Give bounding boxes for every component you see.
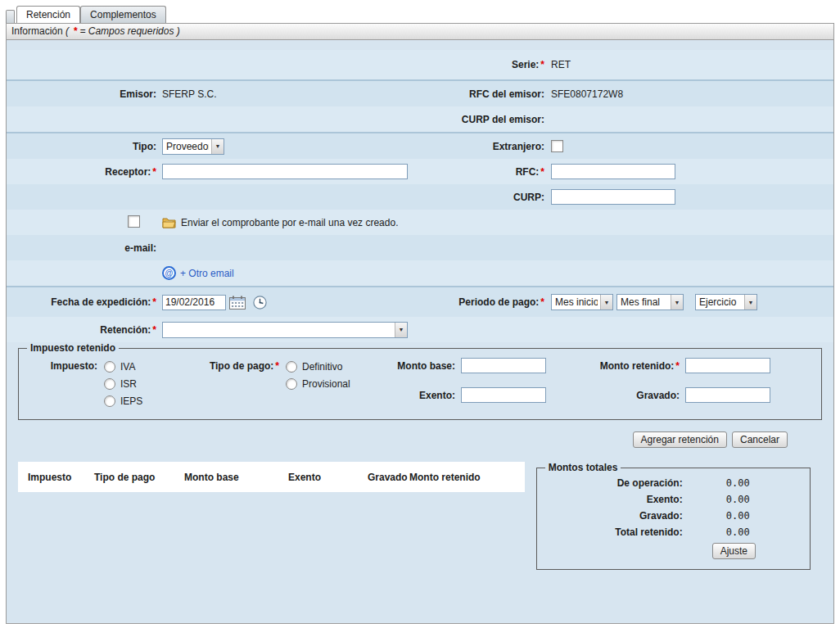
- gravado-total-label: Gravado:: [545, 510, 683, 522]
- chevron-down-icon: ▼: [744, 295, 756, 309]
- mes-final-select[interactable]: Mes final ▼: [616, 294, 684, 310]
- add-other-email-label: + Otro email: [180, 268, 234, 279]
- curp-input[interactable]: [551, 189, 675, 205]
- radio-option-ieps[interactable]: IEPS: [104, 392, 142, 409]
- mes-inicio-value: Mes inicio: [555, 296, 598, 308]
- total-row-retenido: Total retenido: 0.00: [545, 524, 802, 540]
- monto-retenido-gravado-group: Monto retenido:* Gravado:: [546, 358, 813, 409]
- monto-base-input[interactable]: [461, 358, 546, 373]
- form-panel: Serie:* RET Emisor: SFERP S.C. RFC del e…: [6, 40, 834, 624]
- info-bar-title: Información: [11, 25, 63, 37]
- impuesto-retenido-legend: Impuesto retenido: [27, 342, 119, 354]
- required-note: ( * = Campos requeridos ): [65, 25, 180, 37]
- de-operacion-value: 0.00: [683, 477, 750, 489]
- monto-base-exento-group: Monto base: Exento:: [386, 358, 546, 409]
- exento-total-label: Exento:: [545, 494, 683, 505]
- chevron-down-icon: ▼: [211, 139, 224, 154]
- receptor-input[interactable]: [162, 164, 408, 179]
- row-retencion: Retención:* ▼: [7, 317, 833, 342]
- total-row-exento: Exento: 0.00: [545, 491, 802, 508]
- row-tipo: Tipo: Proveedor ▼ Extranjero:: [7, 133, 833, 159]
- gravado-total-value: 0.00: [683, 510, 750, 522]
- tab-retencion[interactable]: Retención: [16, 6, 80, 23]
- send-email-checkbox[interactable]: [128, 215, 140, 228]
- tab-strip-stub: [6, 10, 15, 23]
- tipo-select-value: Proveedor: [166, 141, 209, 152]
- receptor-label: Receptor:: [105, 166, 151, 178]
- tipo-pago-group: Tipo de pago:* Definitivo Provisional: [179, 358, 386, 409]
- definitivo-radio-label: Definitivo: [302, 361, 342, 373]
- chevron-down-icon: ▼: [600, 295, 612, 309]
- row-email: e-mail:: [7, 235, 833, 260]
- montos-totales-fieldset: Montos totales De operación: 0.00 Exento…: [536, 462, 811, 570]
- radio-option-isr[interactable]: ISR: [104, 375, 142, 392]
- serie-value: RET: [551, 59, 571, 70]
- rfc-emisor-value: SFE0807172W8: [551, 88, 623, 100]
- ejercicio-select[interactable]: Ejercicio ▼: [695, 294, 757, 310]
- rfc-emisor-label: RFC del emisor:: [469, 88, 544, 100]
- tipo-select[interactable]: Proveedor ▼: [162, 138, 224, 155]
- tab-bar: Retención Complementos: [6, 4, 834, 23]
- row-otro-email: @ + Otro email: [7, 260, 833, 286]
- col-monto-retenido: Monto retenido: [409, 472, 525, 483]
- row-enviar-email: Enviar el comprobante por e-mail una vez…: [7, 210, 833, 235]
- curp-emisor-label: CURP del emisor:: [462, 114, 544, 125]
- row-emisor: Emisor: SFERP S.C. RFC del emisor: SFE08…: [7, 81, 833, 106]
- provisional-radio-label: Provisional: [302, 378, 350, 390]
- chevron-down-icon: ▼: [395, 323, 407, 337]
- total-retenido-label: Total retenido:: [545, 526, 683, 538]
- email-label: e-mail:: [124, 242, 156, 254]
- ajuste-button[interactable]: Ajuste: [712, 543, 756, 559]
- tab-complementos[interactable]: Complementos: [80, 6, 166, 23]
- total-row-gravado: Gravado: 0.00: [545, 508, 802, 524]
- tipo-label: Tipo:: [133, 141, 156, 152]
- gravado-label: Gravado:: [546, 390, 680, 401]
- radio-option-definitivo[interactable]: Definitivo: [286, 358, 350, 375]
- at-icon: @: [162, 266, 176, 280]
- iva-radio[interactable]: [104, 361, 115, 373]
- de-operacion-label: De operación:: [545, 477, 683, 489]
- monto-base-label: Monto base:: [386, 360, 455, 372]
- required-asterisk: *: [73, 25, 77, 37]
- time-icon[interactable]: [253, 296, 267, 309]
- fecha-expedicion-input[interactable]: [162, 295, 226, 310]
- ieps-radio[interactable]: [104, 395, 115, 407]
- impuesto-group: Impuesto: IVA ISR IEPS: [27, 358, 179, 409]
- total-row-operacion: De operación: 0.00: [545, 475, 802, 491]
- row-curp: CURP:: [7, 184, 833, 210]
- rfc-label: RFC:: [516, 166, 540, 178]
- definitivo-radio[interactable]: [286, 361, 297, 373]
- retencion-label: Retención:: [100, 324, 151, 336]
- isr-radio[interactable]: [104, 378, 115, 390]
- periodo-pago-label: Periodo de pago:: [458, 296, 539, 308]
- retencion-select[interactable]: ▼: [162, 322, 408, 338]
- extranjero-checkbox[interactable]: [551, 140, 563, 152]
- agregar-retencion-button[interactable]: Agregar retención: [633, 431, 727, 448]
- radio-option-iva[interactable]: IVA: [104, 358, 142, 375]
- tipo-pago-label: Tipo de pago:*: [179, 358, 279, 409]
- gravado-input[interactable]: [685, 387, 770, 403]
- monto-retenido-label: Monto retenido:*: [546, 360, 680, 372]
- curp-label: CURP:: [513, 192, 544, 203]
- rfc-input[interactable]: [551, 164, 675, 179]
- exento-input[interactable]: [461, 387, 546, 403]
- mes-inicio-select[interactable]: Mes inicio ▼: [551, 294, 613, 310]
- provisional-radio[interactable]: [286, 378, 297, 390]
- exento-label: Exento:: [386, 390, 455, 401]
- row-receptor: Receptor:* RFC:*: [7, 159, 833, 184]
- actions-row: Agregar retención Cancelar: [7, 431, 788, 448]
- col-exento: Exento: [288, 472, 368, 483]
- cancelar-button[interactable]: Cancelar: [732, 431, 788, 448]
- emisor-label: Emisor:: [120, 88, 156, 100]
- fecha-expedicion-label: Fecha de expedición:: [51, 296, 151, 308]
- radio-option-provisional[interactable]: Provisional: [286, 375, 350, 392]
- info-bar: Información ( * = Campos requeridos ): [6, 23, 834, 40]
- mes-final-value: Mes final: [621, 296, 668, 308]
- calendar-icon[interactable]: [229, 296, 246, 309]
- add-other-email-link[interactable]: @ + Otro email: [162, 266, 234, 280]
- monto-retenido-input[interactable]: [685, 358, 770, 373]
- impuesto-retenido-fieldset: Impuesto retenido Impuesto: IVA ISR: [18, 342, 822, 420]
- row-curp-emisor: CURP del emisor:: [7, 106, 833, 132]
- total-retenido-value: 0.00: [683, 526, 750, 538]
- extranjero-label: Extranjero:: [493, 141, 544, 152]
